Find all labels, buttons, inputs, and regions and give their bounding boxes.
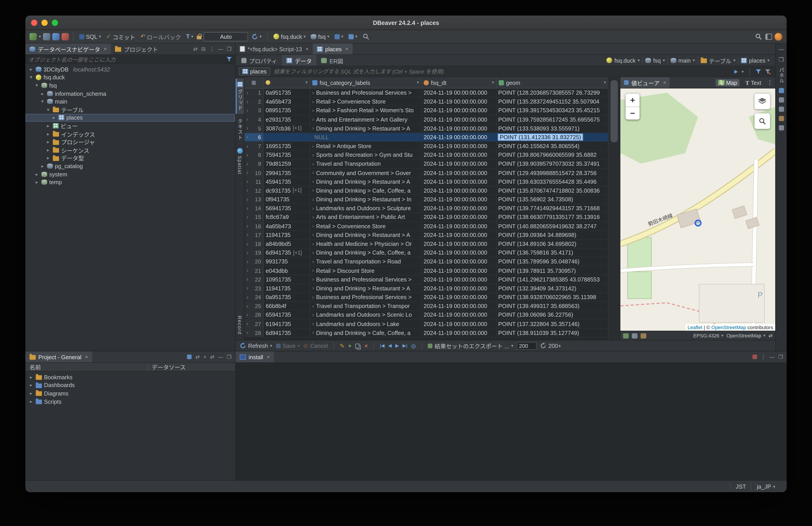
connect-icon[interactable] bbox=[29, 33, 37, 40]
tab-value-viewer[interactable]: 値ビューア × bbox=[620, 77, 670, 88]
cell-date[interactable]: 2024-11-19 00:00:00.000 bbox=[422, 186, 497, 195]
twisty-icon[interactable]: ▸ bbox=[34, 180, 39, 185]
cell-id[interactable]: 79d81259 bbox=[264, 160, 310, 168]
cell-date[interactable]: 2024-11-19 00:00:00.000 bbox=[422, 204, 497, 212]
cell-date[interactable]: 2024-11-19 00:00:00.000 bbox=[422, 311, 497, 319]
cell-id[interactable]: 0f941735 bbox=[264, 195, 310, 204]
tree-item[interactable]: ▸ information_schema bbox=[25, 90, 235, 97]
column-header-fsq-dt[interactable]: fsq_dt ▾ bbox=[422, 77, 497, 88]
row-header-cell[interactable]: › 18 bbox=[244, 240, 264, 248]
cell-date[interactable]: 2024-11-19 00:00:00.000 bbox=[422, 275, 497, 284]
table-row[interactable]: › 8 75941735 › bbox=[244, 151, 608, 160]
cell-date[interactable]: 2024-11-19 00:00:00.000 bbox=[422, 88, 497, 97]
cell-category[interactable]: NULL bbox=[310, 133, 422, 141]
cell-id[interactable]: dc931735 [+1] bbox=[264, 186, 310, 195]
tab-places[interactable]: places × bbox=[313, 43, 352, 54]
filter-funnel-icon[interactable] bbox=[227, 56, 232, 62]
basemap-selector[interactable]: OpenStreetMap ▾ bbox=[726, 333, 765, 339]
map-save-icon[interactable] bbox=[641, 333, 647, 338]
cell-geometry[interactable]: POINT (138.9328706022965 35.11398 bbox=[497, 293, 608, 301]
list-item[interactable]: ▸ Scripts bbox=[25, 397, 235, 405]
perspective-icon[interactable] bbox=[765, 33, 772, 40]
minimize-panel-icon[interactable]: — bbox=[778, 46, 784, 52]
breadcrumb-item[interactable]: テーブル ▾ bbox=[697, 56, 738, 64]
row-header-cell[interactable]: › 20 bbox=[244, 257, 264, 266]
map-view[interactable]: 勢田木崎線 P + − bbox=[620, 88, 775, 331]
caret-down-icon[interactable]: ▾ bbox=[733, 58, 735, 63]
row-header-cell[interactable]: › 25 bbox=[244, 302, 264, 310]
commit-button[interactable]: ✓ コミット bbox=[105, 31, 137, 42]
console-menu-icon[interactable]: ⋮ bbox=[761, 354, 766, 360]
cell-geometry[interactable]: POINT (135.789596 35.048746) bbox=[497, 257, 608, 266]
table-row[interactable]: › 24 0a951735 › bbox=[244, 293, 608, 302]
column-filter-icon[interactable]: ▾ bbox=[305, 80, 307, 85]
cell-date[interactable]: 2024-11-19 00:00:00.000 bbox=[422, 106, 497, 115]
value-expander-icon[interactable]: › bbox=[312, 232, 314, 238]
row-expander-icon[interactable]: › bbox=[246, 294, 248, 300]
metadata-panel-icon[interactable] bbox=[779, 125, 784, 130]
close-icon[interactable]: × bbox=[345, 46, 348, 52]
cell-date[interactable]: 2024-11-19 00:00:00.000 bbox=[422, 329, 497, 337]
row-header-cell[interactable]: › 28 bbox=[244, 329, 264, 337]
cell-id[interactable]: 4a65b473 bbox=[264, 222, 310, 230]
cell-category[interactable]: › Retail > Fashion Retail > Women's Sto bbox=[310, 106, 422, 115]
twisty-icon[interactable]: ▾ bbox=[46, 107, 51, 112]
cell-date[interactable]: 2024-11-19 00:00:00.000 bbox=[422, 169, 497, 177]
fetch-next-segment-button[interactable]: 200+ bbox=[540, 343, 561, 349]
zoom-in-button[interactable]: + bbox=[625, 94, 639, 107]
column-filter-icon[interactable]: ▾ bbox=[492, 80, 494, 85]
filter-expression-input[interactable] bbox=[274, 69, 731, 75]
column-header-fsq-category-labels[interactable]: fsq_category_labels ▾ bbox=[310, 77, 422, 88]
row-expander-icon[interactable]: › bbox=[246, 312, 248, 318]
cell-geometry[interactable]: POINT (139.06096 36.22756) bbox=[497, 311, 608, 319]
cell-id[interactable]: 11941735 bbox=[264, 284, 310, 292]
table-row[interactable]: › 28 6d941735 › bbox=[244, 329, 608, 337]
value-expander-icon[interactable]: › bbox=[312, 330, 314, 335]
transaction-filter-button[interactable]: T ▾ bbox=[185, 32, 195, 40]
column-datasource-header[interactable]: データソース bbox=[149, 363, 186, 371]
first-page-icon[interactable]: |◀ bbox=[380, 343, 385, 348]
row-header-cell[interactable]: › 16 bbox=[244, 222, 264, 230]
row-header-cell[interactable]: › 6 bbox=[244, 133, 264, 141]
value-expander-icon[interactable]: › bbox=[312, 223, 314, 229]
twisty-icon[interactable]: ▸ bbox=[40, 91, 45, 96]
tab-properties[interactable]: プロパティ bbox=[237, 55, 282, 66]
cell-category[interactable]: › Business and Professional Services > bbox=[310, 293, 422, 301]
maximize-panel-icon[interactable]: ❐ bbox=[227, 46, 232, 52]
map-pin-icon[interactable] bbox=[623, 333, 629, 338]
cell-geometry[interactable]: POINT (138.66307791335177 35.13916 bbox=[497, 213, 608, 221]
cell-date[interactable]: 2024-11-19 00:00:00.000 bbox=[422, 284, 497, 292]
table-row[interactable]: › 20 9931735 › bbox=[244, 257, 608, 266]
save-filter-icon[interactable] bbox=[756, 69, 762, 74]
db-task-prev-button[interactable]: ▾ bbox=[333, 33, 345, 40]
cell-category[interactable]: › Dining and Drinking > Restaurant > In bbox=[310, 195, 422, 204]
cell-id[interactable]: 29941735 bbox=[264, 169, 310, 177]
cell-category[interactable]: › Dining and Drinking > Cafe, Coffee, a bbox=[310, 329, 422, 337]
twisty-icon[interactable]: ▸ bbox=[51, 115, 56, 120]
cell-date[interactable]: 2024-11-19 00:00:00.000 bbox=[422, 257, 497, 266]
column-header-id[interactable]: ▾ bbox=[264, 77, 310, 88]
row-expander-icon[interactable]: › bbox=[246, 99, 248, 104]
cell-date[interactable]: 2024-11-19 00:00:00.000 bbox=[422, 319, 497, 328]
row-header-cell[interactable]: › 26 bbox=[244, 311, 264, 319]
cell-geometry[interactable]: POINT (139.499317 35.688563) bbox=[497, 302, 608, 310]
table-row[interactable]: › 15 fc8c67a9 › bbox=[244, 213, 608, 222]
cell-date[interactable]: 2024-11-19 00:00:00.000 bbox=[422, 151, 497, 159]
value-expander-icon[interactable]: › bbox=[312, 143, 314, 149]
tab-projects[interactable]: プロジェクト bbox=[111, 43, 162, 54]
cell-date[interactable]: 2024-11-19 00:00:00.000 bbox=[422, 213, 497, 221]
osm-link[interactable]: OpenStreetMap bbox=[711, 325, 746, 330]
result-target-chip[interactable]: places bbox=[239, 67, 270, 75]
row-expander-icon[interactable]: › bbox=[246, 179, 248, 184]
row-expander-icon[interactable]: › bbox=[246, 152, 248, 158]
cell-category[interactable]: › Landmarks and Outdoors > Sculpture bbox=[310, 204, 422, 212]
value-expander-icon[interactable]: › bbox=[312, 152, 314, 158]
cell-id[interactable]: 11941735 bbox=[264, 231, 310, 239]
clear-filter-icon[interactable] bbox=[765, 69, 771, 74]
row-header-cell[interactable]: › 14 bbox=[244, 204, 264, 212]
row-header-cell[interactable]: › 7 bbox=[244, 142, 264, 150]
value-expander-icon[interactable]: › bbox=[312, 276, 314, 282]
row-expander-icon[interactable]: › bbox=[246, 232, 248, 238]
cell-id[interactable]: 61941735 bbox=[264, 319, 310, 328]
row-header-cell[interactable]: › 9 bbox=[244, 160, 264, 168]
